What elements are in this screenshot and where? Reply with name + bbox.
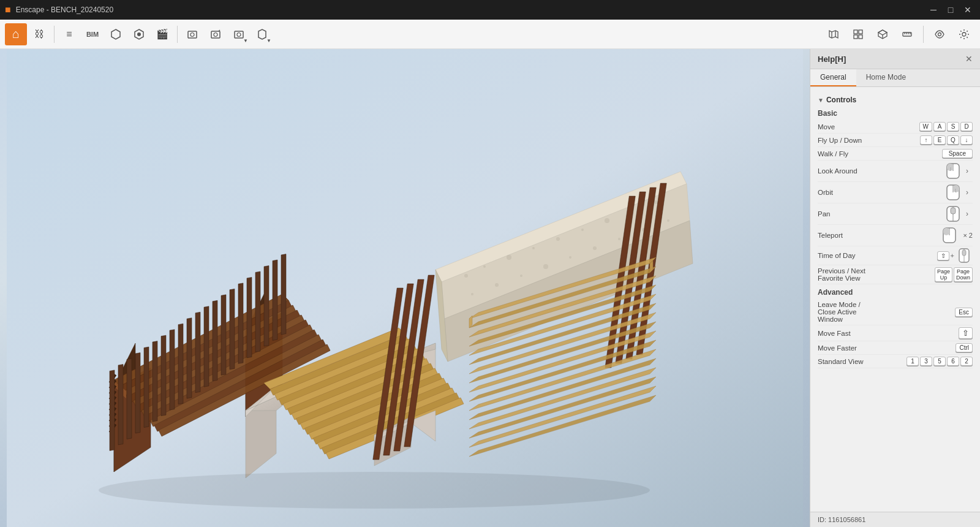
- gear-button[interactable]: [953, 23, 975, 45]
- svg-rect-64: [195, 312, 200, 392]
- home-button[interactable]: ⌂: [5, 23, 27, 45]
- svg-rect-67: [221, 295, 226, 375]
- key-2: 2: [960, 357, 973, 366]
- leave-mode-label: Leave Mode /Close ActiveWindow: [818, 301, 955, 323]
- mouse-middle-click-icon: [942, 205, 964, 222]
- film-button[interactable]: 🎬: [151, 23, 173, 45]
- standard-view-row: Standard View 1 3 5 6 2: [818, 355, 973, 368]
- key-shift: ⇧: [937, 251, 949, 260]
- maximize-button[interactable]: □: [943, 2, 958, 17]
- fly-up-down-keys: ↑ E Q ↓: [920, 135, 973, 145]
- key-page-down: PageDown: [954, 267, 973, 282]
- controls-section-header[interactable]: ▼ Controls: [818, 96, 973, 104]
- svg-rect-15: [859, 35, 862, 39]
- teleport-row: Teleport × 2: [818, 225, 973, 246]
- viewport[interactable]: ∧ 知末网 www.znzmo.com 知末网 www.znzmo.com 知末…: [0, 49, 810, 527]
- grid-icon: [853, 29, 864, 40]
- svg-rect-63: [187, 318, 192, 398]
- svg-rect-61: [170, 330, 175, 410]
- capture-btn2[interactable]: [205, 23, 227, 45]
- mouse-scroll-icon: [956, 248, 973, 263]
- move-faster-row: Move Faster Ctrl: [818, 341, 973, 355]
- main-toolbar: ⌂ ⛓ ≡ BIM 🎬 ▼ ▼: [0, 20, 980, 49]
- svg-rect-74: [281, 254, 286, 335]
- prev-next-label: Previous / NextFavorite View: [818, 267, 935, 282]
- key-page-up: PageUp: [935, 267, 952, 282]
- move-row: Move W A S D: [818, 120, 973, 134]
- key-1: 1: [907, 357, 919, 366]
- tab-general[interactable]: General: [810, 69, 856, 86]
- svg-rect-155: [953, 185, 959, 192]
- standard-view-label: Standard View: [818, 358, 907, 365]
- time-of-day-row: Time of Day ⇧ +: [818, 246, 973, 265]
- help-panel: Help[H] ✕ General Home Mode ▼ Controls B…: [810, 49, 980, 527]
- key-e: E: [933, 135, 946, 145]
- move-faster-keys: Ctrl: [956, 343, 973, 352]
- svg-rect-160: [951, 208, 956, 214]
- svg-point-107: [581, 229, 584, 231]
- capture-btn3[interactable]: ▼: [228, 23, 250, 45]
- time-of-day-label: Time of Day: [818, 252, 937, 259]
- svg-rect-164: [943, 228, 949, 235]
- svg-rect-58: [144, 347, 149, 427]
- svg-point-24: [938, 32, 941, 36]
- svg-rect-60: [161, 335, 166, 415]
- svg-rect-13: [859, 30, 862, 34]
- menu-button[interactable]: ≡: [58, 23, 80, 45]
- svg-point-4: [190, 32, 194, 36]
- svg-rect-70: [247, 277, 252, 357]
- link-button[interactable]: ⛓: [28, 23, 50, 45]
- prev-next-row: Previous / NextFavorite View PageUp Page…: [818, 265, 973, 284]
- svg-text:›: ›: [966, 188, 968, 197]
- right-toolbar: [823, 23, 975, 45]
- separator-2: [177, 26, 178, 43]
- tab-home-mode[interactable]: Home Mode: [856, 69, 916, 86]
- controls-label: Controls: [826, 96, 856, 104]
- capture-icon1: [187, 29, 198, 40]
- advanced-subsection-header: Advanced: [818, 288, 973, 297]
- move-fast-row: Move Fast ⇧: [818, 325, 973, 341]
- dropdown-arrow-icon: ▼: [243, 38, 248, 44]
- grid-button[interactable]: [847, 23, 869, 45]
- svg-point-147: [99, 472, 650, 509]
- svg-rect-66: [213, 300, 217, 381]
- time-of-day-keys: ⇧ +: [937, 248, 973, 263]
- look-around-label: Look Around: [818, 167, 942, 175]
- help-panel-close-button[interactable]: ✕: [965, 54, 973, 64]
- look-around-row: Look Around ›: [818, 161, 973, 182]
- svg-point-105: [532, 247, 535, 249]
- svg-rect-69: [238, 283, 243, 363]
- capture-btn4[interactable]: ▼: [251, 23, 273, 45]
- hexagon-btn2[interactable]: [128, 23, 150, 45]
- eye-button[interactable]: [929, 23, 951, 45]
- svg-rect-72: [264, 266, 269, 346]
- map-icon: [828, 29, 839, 40]
- svg-point-103: [483, 265, 486, 268]
- svg-rect-73: [273, 260, 277, 340]
- help-tabs: General Home Mode: [810, 69, 980, 87]
- map-button[interactable]: [823, 23, 845, 45]
- window-title: Enscape - BENCH_20240520: [16, 6, 113, 14]
- title-bar: ■ Enscape - BENCH_20240520 ─ □ ✕: [0, 0, 980, 20]
- teleport-keys: × 2: [938, 227, 973, 244]
- svg-point-6: [214, 32, 217, 36]
- key-shift-move-fast: ⇧: [959, 327, 973, 339]
- help-content[interactable]: ▼ Controls Basic Move W A S D Fly Up / D…: [810, 87, 980, 512]
- hexagon-btn1[interactable]: [105, 23, 127, 45]
- look-around-keys: ›: [942, 162, 973, 180]
- ruler-button[interactable]: [896, 23, 918, 45]
- orbit-row: Orbit ›: [818, 182, 973, 203]
- teleport-label: Teleport: [818, 232, 938, 239]
- bim-button[interactable]: BIM: [81, 23, 104, 45]
- svg-text:›: ›: [966, 167, 968, 175]
- fly-up-down-row: Fly Up / Down ↑ E Q ↓: [818, 134, 973, 147]
- minimize-button[interactable]: ─: [926, 2, 941, 17]
- key-space: Space: [942, 149, 973, 158]
- close-window-button[interactable]: ✕: [960, 2, 975, 17]
- move-fast-keys: ⇧: [959, 327, 973, 339]
- svg-rect-57: [135, 353, 140, 433]
- help-panel-header: Help[H] ✕: [810, 49, 980, 69]
- svg-point-114: [543, 264, 548, 269]
- cube-button[interactable]: [872, 23, 894, 45]
- capture-btn1[interactable]: [181, 23, 203, 45]
